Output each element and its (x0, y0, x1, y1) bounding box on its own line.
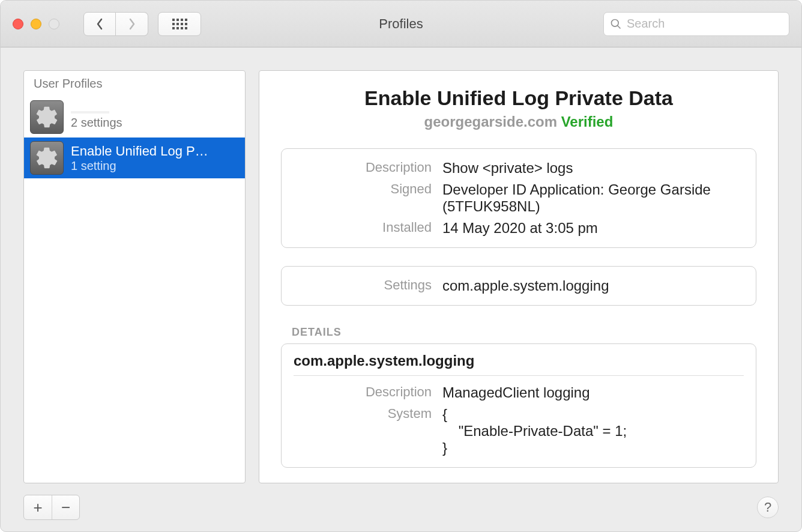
add-remove-buttons: + − (23, 495, 80, 520)
profile-item-0[interactable]: 2 settings (24, 97, 245, 138)
help-button[interactable]: ? (757, 497, 779, 518)
settings-value: com.apple.system.logging (442, 277, 744, 294)
sidebar-header: User Profiles (24, 71, 245, 97)
details-section-label: DETAILS (281, 326, 756, 339)
description-value: Show <private> logs (442, 160, 744, 177)
remove-profile-button[interactable]: − (52, 495, 79, 519)
chevron-left-icon (95, 18, 104, 30)
details-system-value: { "Enable-Private-Data" = 1; } (442, 406, 744, 456)
details-description-label: Description (294, 384, 432, 400)
profile-sub: 2 settings (71, 116, 239, 130)
profile-name: Enable Unified Log P… (71, 144, 239, 159)
search-input[interactable] (627, 17, 783, 31)
profile-sub: 1 setting (71, 159, 239, 173)
details-system-label: System (294, 406, 432, 422)
svg-line-1 (618, 25, 621, 28)
nav-buttons (83, 12, 148, 36)
profile-subtitle: georgegarside.com Verified (281, 113, 756, 130)
minimize-button[interactable] (31, 19, 41, 29)
bottom-bar: + − ? (1, 483, 801, 531)
installed-value: 14 May 2020 at 3:05 pm (442, 220, 744, 237)
add-profile-button[interactable]: + (24, 495, 52, 519)
window-title: Profiles (379, 16, 423, 32)
signed-value: Developer ID Application: George Garside… (442, 181, 744, 215)
settings-box: Settings com.apple.system.logging (281, 266, 756, 306)
details-box: com.apple.system.logging Description Man… (281, 343, 756, 468)
details-description-value: ManagedClient logging (442, 384, 744, 401)
description-label: Description (294, 160, 432, 175)
grid-icon (172, 19, 187, 29)
verified-badge: Verified (561, 113, 614, 130)
show-all-button[interactable] (158, 12, 201, 36)
chevron-right-icon (128, 18, 136, 30)
titlebar: Profiles (1, 1, 801, 47)
profile-title: Enable Unified Log Private Data (281, 86, 756, 110)
forward-button (116, 12, 148, 36)
profiles-sidebar: User Profiles 2 settings Enable Unified … (23, 70, 246, 483)
svg-point-0 (612, 19, 619, 26)
profile-info-box: Description Show <private> logs Signed D… (281, 148, 756, 248)
content: User Profiles 2 settings Enable Unified … (1, 47, 801, 483)
traffic-lights (13, 19, 59, 29)
settings-label: Settings (294, 277, 432, 293)
window: Profiles User Profiles 2 settings (0, 0, 802, 532)
back-button[interactable] (83, 12, 116, 36)
profile-details: Enable Unified Log Private Data georgega… (259, 70, 779, 483)
installed-label: Installed (294, 220, 432, 235)
gear-icon (30, 141, 64, 175)
profile-text: Enable Unified Log P… 1 setting (71, 144, 239, 173)
details-header: com.apple.system.logging (294, 352, 744, 376)
gear-icon (30, 100, 64, 134)
profile-domain: georgegarside.com (424, 113, 557, 130)
close-button[interactable] (13, 19, 23, 29)
search-icon (610, 18, 622, 30)
profile-item-1[interactable]: Enable Unified Log P… 1 setting (24, 138, 245, 178)
profile-name (71, 111, 109, 113)
profile-text: 2 settings (71, 105, 239, 130)
signed-label: Signed (294, 181, 432, 197)
maximize-button (49, 19, 59, 29)
search-field[interactable] (603, 12, 789, 36)
